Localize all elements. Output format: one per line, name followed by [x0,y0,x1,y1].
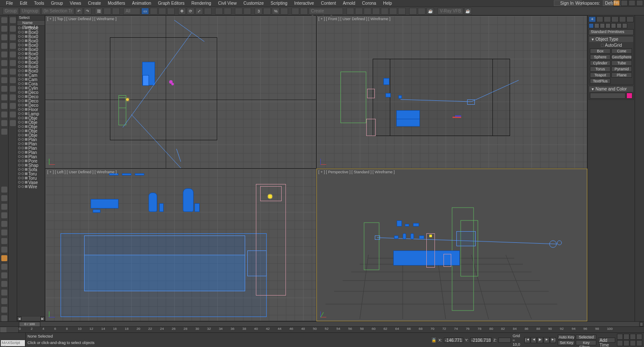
auto-key-button[interactable]: Auto Key [558,335,575,340]
scene-item[interactable]: Box0 [17,69,45,73]
freeze-icon[interactable] [21,31,24,33]
viewport-left-label[interactable]: [ + ] [ Left ] [ User Defined ] [ Wirefr… [47,170,117,174]
utilities-tab-icon[interactable] [626,16,634,22]
spinner-snap-icon[interactable] [280,8,288,15]
scene-item[interactable]: Floor [17,107,45,112]
freeze-icon[interactable] [21,61,24,63]
unlink-icon[interactable] [103,8,111,15]
angle-snap-icon[interactable] [263,8,271,15]
visibility-icon[interactable] [18,100,21,102]
select-region-icon[interactable] [158,8,166,15]
snap-3-icon[interactable]: 3 [255,8,262,15]
visibility-icon[interactable] [18,151,21,154]
lights-icon[interactable] [600,23,605,28]
named-sel-icon[interactable] [292,8,299,15]
object-name-field[interactable] [590,93,626,99]
hierarchy-tab-icon[interactable] [604,16,611,22]
freeze-icon[interactable] [21,147,24,149]
select-icon[interactable]: ▭ [141,8,149,15]
freeze-icon[interactable] [21,151,24,154]
visibility-icon[interactable] [18,138,21,141]
sel-filter-all[interactable]: All [123,8,140,15]
visibility-icon[interactable] [18,91,21,94]
scene-item[interactable]: Plan [17,142,45,146]
visibility-icon[interactable] [18,172,21,175]
teapot-button[interactable]: Teapot [590,72,611,78]
autogrid-checkbox[interactable]: ☐ AutoGrid [590,43,632,48]
scene-item[interactable]: Box0 [17,39,45,43]
tool-icon[interactable] [1,94,7,100]
freeze-icon[interactable] [21,181,24,184]
visibility-icon[interactable] [18,125,21,128]
teapot-icon[interactable]: ☕ [464,8,472,15]
select-name-icon[interactable] [150,8,158,15]
rotate-icon[interactable]: ⟳ [187,8,194,15]
helpers-icon[interactable] [611,23,616,28]
toolbar-maximize-icon[interactable] [629,0,635,6]
tool-icon[interactable] [10,51,16,57]
render-frame-icon[interactable] [418,8,425,15]
visibility-icon[interactable] [18,69,21,72]
prev-frame-icon[interactable]: ◄ [531,337,537,343]
layers-icon[interactable] [364,8,371,15]
tool-icon[interactable] [1,103,7,109]
geometry-icon[interactable] [589,23,594,28]
tool-icon[interactable] [1,264,7,270]
tool-icon[interactable] [1,281,7,287]
maxscript-listener[interactable]: MAXScript Mi [1,340,25,346]
cone-button[interactable]: Cone [611,48,632,54]
tool-icon[interactable] [1,229,7,235]
scene-item[interactable]: Box0 [17,64,45,69]
cylinder-button[interactable]: Cylinder [590,60,611,66]
menu-arnold[interactable]: Arnold [339,1,358,6]
scene-item[interactable]: Lamp [17,112,45,116]
viewport-perspective[interactable]: [ + ] [ Perspective ] [ Standard ] [ Wir… [317,169,587,321]
scene-item[interactable]: Obje [17,133,45,137]
tool-icon[interactable] [10,103,16,109]
visibility-icon[interactable] [18,61,21,63]
scene-item[interactable]: Plan [17,150,45,154]
freeze-icon[interactable] [21,44,24,46]
freeze-icon[interactable] [21,69,24,72]
spacewarp-icon[interactable] [617,23,622,28]
modify-tab-icon[interactable] [596,16,604,22]
scene-item[interactable]: Obje [17,120,45,124]
object-type-header[interactable]: ▾Object Type [589,36,633,42]
visibility-icon[interactable] [18,177,21,179]
scene-item[interactable]: Box0 [17,30,45,34]
selected-dropdown[interactable]: Selected [576,335,596,340]
visibility-icon[interactable] [18,87,21,89]
ref-coord-icon[interactable] [215,8,223,15]
geosphere-button[interactable]: GeoSphere [611,54,632,60]
tool-icon[interactable] [10,120,16,126]
percent-snap-icon[interactable]: % [272,8,279,15]
tool-icon[interactable] [1,195,7,201]
redo-icon[interactable]: ↷ [84,8,91,15]
display-tab-icon[interactable] [619,16,626,22]
goto-end-icon[interactable]: ►| [550,337,556,343]
freeze-icon[interactable] [21,160,24,162]
visibility-icon[interactable] [18,39,21,42]
menu-file[interactable]: File [3,1,16,6]
move-icon[interactable]: ✥ [178,8,186,15]
menu-scripting[interactable]: Scripting [267,1,291,6]
nav-icon[interactable] [623,334,629,340]
scene-item[interactable]: Toru [17,172,45,176]
create-tab-icon[interactable]: + [589,16,596,22]
schematic-icon[interactable] [389,8,397,15]
goto-start-icon[interactable]: |◄ [524,337,530,343]
visibility-icon[interactable] [18,104,21,106]
torus-button[interactable]: Torus [590,66,611,72]
tool-icon[interactable] [1,307,7,313]
cameras-icon[interactable] [605,23,611,28]
frame-ruler[interactable]: 0246810121416182022242628303234363840424… [0,326,644,332]
object-color-swatch[interactable] [626,93,632,99]
tool-icon[interactable] [1,86,7,92]
scene-item[interactable]: Wire [17,184,45,189]
vray-vfb-button[interactable]: V-Ray VFB [437,8,463,15]
tube-button[interactable]: Tube [611,60,632,66]
visibility-icon[interactable] [18,57,21,59]
visibility-icon[interactable] [18,44,21,46]
scene-item[interactable]: Cam [17,73,45,77]
tool-icon[interactable] [10,43,16,49]
